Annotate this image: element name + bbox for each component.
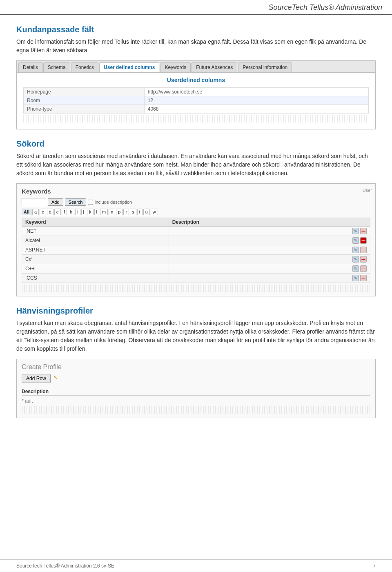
create-profile-screenshot: Create Profile Add Row ↖ Description * a… [16, 359, 376, 418]
udc-panel: Userdefined columns Homepage http://www.… [17, 73, 375, 129]
tab-schema[interactable]: Schema [43, 62, 70, 72]
tab-fonetics[interactable]: Fonetics [71, 62, 98, 72]
filter-letter-u[interactable]: u [143, 209, 150, 215]
cp-description-header: Description [22, 389, 370, 396]
tab-future-absences[interactable]: Future Absences [192, 62, 237, 72]
udc-value-homepage: http://www.sourcetech.se [144, 88, 368, 96]
kw-toolbar: Add Search Include description [22, 198, 370, 206]
filter-letter-n[interactable]: n [109, 209, 115, 215]
kw-actions-ccs: ✎ — [349, 274, 370, 283]
edit-icon[interactable]: ✎ [352, 265, 359, 272]
edit-icon[interactable]: ✎ [352, 228, 359, 234]
udc-value-phonetype: 4068 [144, 105, 368, 114]
footer-page-number: 7 [373, 563, 376, 569]
include-description-label[interactable]: Include description [88, 200, 132, 205]
section1-heading: Kundanpassade fält [16, 25, 376, 34]
kw-desc-cpp [169, 264, 349, 274]
kw-keyword-cs: C# [22, 255, 169, 264]
filter-letter-j[interactable]: j [81, 209, 86, 215]
filter-letter-e[interactable]: e [54, 209, 61, 215]
filter-letter-m[interactable]: m [100, 209, 108, 215]
filter-letter-s[interactable]: s [130, 209, 136, 215]
filter-letter-r[interactable]: r [123, 209, 129, 215]
kw-keyword-aspnet: ASP.NET [22, 245, 169, 255]
page-title: SourceTech Tellus® Administration [269, 3, 382, 11]
main-content: Kundanpassade fält Om de informationsfäl… [0, 15, 392, 454]
decorative-scribble [22, 285, 370, 292]
udc-title: Userdefined columns [23, 77, 369, 83]
add-row-button[interactable]: Add Row [22, 374, 51, 383]
delete-icon[interactable]: — [360, 275, 367, 281]
keywords-table: Keyword Description .NET ✎ — [22, 218, 370, 283]
table-row: Homepage http://www.sourcetech.se [24, 88, 369, 96]
filter-letter-a[interactable]: a [32, 209, 39, 215]
tabs-row: Details Schema Fonetics User defined col… [17, 61, 375, 73]
delete-icon[interactable]: — [360, 228, 367, 234]
kw-actions-aspnet: ✎ — [349, 245, 370, 255]
edit-icon[interactable]: ✎ [352, 247, 359, 253]
tab-keywords[interactable]: Keywords [160, 62, 191, 72]
udc-table: Homepage http://www.sourcetech.se Room 1… [23, 87, 369, 114]
filter-letter-c[interactable]: c [40, 209, 46, 215]
filter-letter-f[interactable]: f [62, 209, 67, 215]
table-row: .NET ✎ — [22, 227, 370, 236]
delete-icon[interactable]: — [360, 247, 367, 253]
filter-letter-h[interactable]: h [68, 209, 74, 215]
edit-icon[interactable]: ✎ [352, 256, 359, 263]
filter-letter-all[interactable]: All [22, 209, 31, 215]
cp-row-value: * ault [22, 398, 33, 404]
kw-desc-alcatel [169, 236, 349, 245]
udc-label-phonetype: Phone-type [24, 105, 145, 114]
table-row: C++ ✎ — [22, 264, 370, 274]
kw-keyword-net: .NET [22, 227, 169, 236]
tab-personal-information[interactable]: Personal information [238, 62, 292, 72]
section-custom-fields: Kundanpassade fält Om de informationsfäl… [16, 25, 376, 129]
kw-keyword-cpp: C++ [22, 264, 169, 274]
table-row: .CCS ✎ — [22, 274, 370, 283]
delete-icon[interactable]: — [360, 256, 367, 263]
footer-left: SourceTech Tellus® Administration 2.6 sv… [16, 563, 114, 569]
kw-actions-cpp: ✎ — [349, 264, 370, 274]
kw-title: Keywords [22, 188, 370, 195]
kw-desc-cs [169, 255, 349, 264]
arrow-icon: ↖ [53, 374, 58, 381]
filter-letter-p[interactable]: p [116, 209, 122, 215]
col-actions-header [349, 218, 370, 227]
filter-letter-k[interactable]: k [87, 209, 94, 215]
keywords-screenshot: Keywords User Add Search Include descrip… [16, 183, 376, 296]
table-row: Phone-type 4068 [24, 105, 369, 114]
tab-user-defined-columns[interactable]: User defined columns [99, 62, 159, 72]
section1-para1: Om de informationsfält som följer med Te… [16, 38, 376, 55]
kw-actions-alcatel: ✎ — [349, 236, 370, 245]
tab-details[interactable]: Details [18, 62, 42, 72]
delete-icon[interactable]: — [360, 237, 367, 244]
page-footer: SourceTech Tellus® Administration 2.6 sv… [0, 559, 392, 572]
filter-letter-t[interactable]: t [137, 209, 143, 215]
section2-heading: Sökord [16, 139, 376, 149]
filter-letter-l[interactable]: l [94, 209, 99, 215]
col-keyword-header: Keyword [22, 218, 169, 227]
keyword-input[interactable] [22, 198, 46, 206]
kw-desc-net [169, 227, 349, 236]
table-row: Alcatel ✎ — [22, 236, 370, 245]
udc-label-room: Room [24, 96, 145, 105]
section-sokord: Sökord Sökord är ärenden som associeras … [16, 139, 376, 296]
search-keyword-button[interactable]: Search [65, 198, 87, 206]
kw-desc-ccs [169, 274, 349, 283]
cp-default-row: * ault [22, 397, 370, 405]
edit-icon[interactable]: ✎ [352, 275, 359, 281]
col-description-header: Description [169, 218, 349, 227]
include-description-checkbox[interactable] [88, 200, 93, 205]
filter-letter-d[interactable]: d [47, 209, 53, 215]
kw-keyword-alcatel: Alcatel [22, 236, 169, 245]
section2-para1: Sökord är ärenden som associeras med anv… [16, 152, 376, 178]
udc-label-homepage: Homepage [24, 88, 145, 96]
filter-letter-w[interactable]: w [151, 209, 158, 215]
add-keyword-button[interactable]: Add [48, 198, 63, 206]
filter-letter-i[interactable]: i [75, 209, 80, 215]
section3-heading: Hänvisningsprofiler [16, 306, 376, 316]
delete-icon[interactable]: — [360, 265, 367, 272]
kw-keyword-ccs: .CCS [22, 274, 169, 283]
decorative-scribble [22, 406, 370, 414]
edit-icon[interactable]: ✎ [352, 237, 359, 244]
